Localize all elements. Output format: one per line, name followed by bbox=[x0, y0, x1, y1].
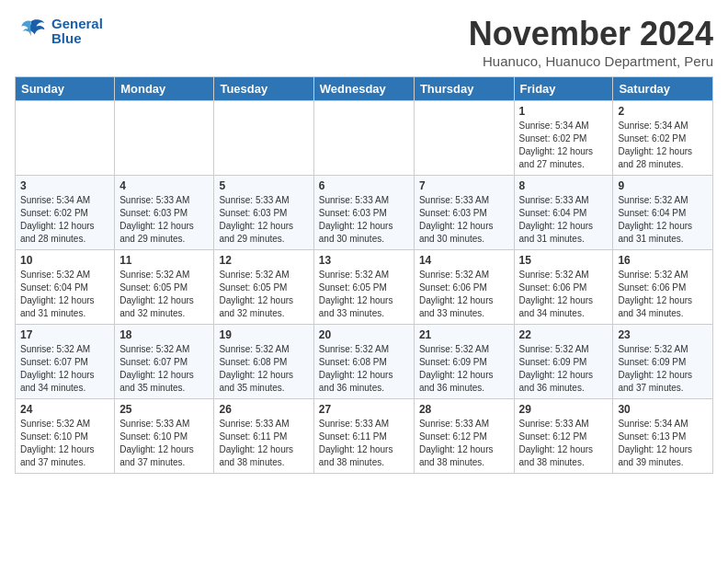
calendar-table: SundayMondayTuesdayWednesdayThursdayFrid… bbox=[15, 76, 713, 474]
day-info: Sunrise: 5:34 AMSunset: 6:02 PMDaylight:… bbox=[618, 120, 708, 171]
page-header: General Blue November 2024 Huanuco, Huan… bbox=[15, 15, 713, 69]
day-number: 15 bbox=[519, 254, 609, 267]
day-number: 11 bbox=[119, 254, 209, 267]
calendar-cell bbox=[414, 101, 514, 176]
calendar-cell: 24Sunrise: 5:32 AMSunset: 6:10 PMDayligh… bbox=[16, 399, 115, 474]
month-title: November 2024 bbox=[469, 15, 713, 53]
calendar-cell: 15Sunrise: 5:32 AMSunset: 6:06 PMDayligh… bbox=[514, 250, 613, 325]
calendar-cell: 8Sunrise: 5:33 AMSunset: 6:04 PMDaylight… bbox=[514, 176, 613, 250]
calendar-cell: 11Sunrise: 5:32 AMSunset: 6:05 PMDayligh… bbox=[115, 250, 214, 325]
day-info: Sunrise: 5:32 AMSunset: 6:04 PMDaylight:… bbox=[618, 194, 708, 246]
day-info: Sunrise: 5:32 AMSunset: 6:09 PMDaylight:… bbox=[419, 343, 509, 395]
day-number: 2 bbox=[618, 105, 708, 118]
calendar-cell: 9Sunrise: 5:32 AMSunset: 6:04 PMDaylight… bbox=[613, 176, 713, 250]
day-info: Sunrise: 5:33 AMSunset: 6:03 PMDaylight:… bbox=[219, 194, 308, 246]
header-thursday: Thursday bbox=[414, 77, 514, 101]
day-number: 26 bbox=[219, 403, 308, 416]
day-info: Sunrise: 5:34 AMSunset: 6:02 PMDaylight:… bbox=[519, 120, 609, 171]
day-number: 18 bbox=[119, 328, 209, 341]
day-number: 22 bbox=[519, 328, 609, 341]
calendar-cell: 14Sunrise: 5:32 AMSunset: 6:06 PMDayligh… bbox=[414, 250, 514, 325]
day-info: Sunrise: 5:33 AMSunset: 6:11 PMDaylight:… bbox=[219, 418, 308, 469]
day-number: 5 bbox=[219, 179, 308, 192]
day-info: Sunrise: 5:32 AMSunset: 6:07 PMDaylight:… bbox=[20, 343, 109, 395]
calendar-cell: 6Sunrise: 5:33 AMSunset: 6:03 PMDaylight… bbox=[313, 176, 414, 250]
day-info: Sunrise: 5:32 AMSunset: 6:10 PMDaylight:… bbox=[20, 418, 109, 469]
calendar-cell: 1Sunrise: 5:34 AMSunset: 6:02 PMDaylight… bbox=[514, 101, 613, 176]
day-number: 20 bbox=[319, 328, 409, 341]
day-number: 6 bbox=[319, 179, 409, 192]
calendar-cell: 16Sunrise: 5:32 AMSunset: 6:06 PMDayligh… bbox=[613, 250, 713, 325]
calendar-week-2: 3Sunrise: 5:34 AMSunset: 6:02 PMDaylight… bbox=[16, 176, 713, 250]
day-info: Sunrise: 5:33 AMSunset: 6:03 PMDaylight:… bbox=[119, 194, 209, 246]
day-number: 12 bbox=[219, 254, 308, 267]
calendar-cell: 29Sunrise: 5:33 AMSunset: 6:12 PMDayligh… bbox=[514, 399, 613, 474]
day-info: Sunrise: 5:33 AMSunset: 6:11 PMDaylight:… bbox=[319, 418, 409, 469]
day-number: 23 bbox=[618, 328, 708, 341]
calendar-cell: 30Sunrise: 5:34 AMSunset: 6:13 PMDayligh… bbox=[613, 399, 713, 474]
day-info: Sunrise: 5:32 AMSunset: 6:08 PMDaylight:… bbox=[319, 343, 409, 395]
day-number: 9 bbox=[618, 179, 708, 192]
calendar-cell: 10Sunrise: 5:32 AMSunset: 6:04 PMDayligh… bbox=[16, 250, 115, 325]
calendar-cell: 27Sunrise: 5:33 AMSunset: 6:11 PMDayligh… bbox=[313, 399, 414, 474]
day-info: Sunrise: 5:32 AMSunset: 6:05 PMDaylight:… bbox=[119, 269, 209, 320]
calendar-cell: 19Sunrise: 5:32 AMSunset: 6:08 PMDayligh… bbox=[214, 325, 313, 399]
day-info: Sunrise: 5:32 AMSunset: 6:08 PMDaylight:… bbox=[219, 343, 308, 395]
calendar-week-4: 17Sunrise: 5:32 AMSunset: 6:07 PMDayligh… bbox=[16, 325, 713, 399]
calendar-cell: 20Sunrise: 5:32 AMSunset: 6:08 PMDayligh… bbox=[313, 325, 414, 399]
calendar-cell: 22Sunrise: 5:32 AMSunset: 6:09 PMDayligh… bbox=[514, 325, 613, 399]
day-number: 8 bbox=[519, 179, 609, 192]
calendar-cell: 2Sunrise: 5:34 AMSunset: 6:02 PMDaylight… bbox=[613, 101, 713, 176]
day-info: Sunrise: 5:33 AMSunset: 6:12 PMDaylight:… bbox=[419, 418, 509, 469]
calendar-cell: 25Sunrise: 5:33 AMSunset: 6:10 PMDayligh… bbox=[115, 399, 214, 474]
logo-icon bbox=[15, 15, 48, 48]
day-info: Sunrise: 5:32 AMSunset: 6:06 PMDaylight:… bbox=[618, 269, 708, 320]
day-info: Sunrise: 5:32 AMSunset: 6:09 PMDaylight:… bbox=[519, 343, 609, 395]
day-info: Sunrise: 5:33 AMSunset: 6:10 PMDaylight:… bbox=[119, 418, 209, 469]
header-sunday: Sunday bbox=[16, 77, 115, 101]
day-number: 25 bbox=[119, 403, 209, 416]
day-info: Sunrise: 5:33 AMSunset: 6:03 PMDaylight:… bbox=[419, 194, 509, 246]
day-number: 19 bbox=[219, 328, 308, 341]
calendar-cell: 13Sunrise: 5:32 AMSunset: 6:05 PMDayligh… bbox=[313, 250, 414, 325]
calendar-cell bbox=[313, 101, 414, 176]
calendar-week-3: 10Sunrise: 5:32 AMSunset: 6:04 PMDayligh… bbox=[16, 250, 713, 325]
day-info: Sunrise: 5:32 AMSunset: 6:07 PMDaylight:… bbox=[119, 343, 209, 395]
calendar-cell: 5Sunrise: 5:33 AMSunset: 6:03 PMDaylight… bbox=[214, 176, 313, 250]
header-friday: Friday bbox=[514, 77, 613, 101]
day-number: 13 bbox=[319, 254, 409, 267]
header-monday: Monday bbox=[115, 77, 214, 101]
day-number: 10 bbox=[20, 254, 109, 267]
day-number: 1 bbox=[519, 105, 609, 118]
day-info: Sunrise: 5:32 AMSunset: 6:09 PMDaylight:… bbox=[618, 343, 708, 395]
day-info: Sunrise: 5:32 AMSunset: 6:05 PMDaylight:… bbox=[219, 269, 308, 320]
logo: General Blue bbox=[15, 15, 103, 48]
location: Huanuco, Huanuco Department, Peru bbox=[469, 53, 713, 69]
calendar-cell: 28Sunrise: 5:33 AMSunset: 6:12 PMDayligh… bbox=[414, 399, 514, 474]
day-number: 16 bbox=[618, 254, 708, 267]
logo-text-blue: Blue bbox=[51, 31, 103, 47]
calendar-cell bbox=[214, 101, 313, 176]
calendar-cell: 23Sunrise: 5:32 AMSunset: 6:09 PMDayligh… bbox=[613, 325, 713, 399]
day-number: 4 bbox=[119, 179, 209, 192]
calendar-cell bbox=[16, 101, 115, 176]
calendar-week-1: 1Sunrise: 5:34 AMSunset: 6:02 PMDaylight… bbox=[16, 101, 713, 176]
title-block: November 2024 Huanuco, Huanuco Departmen… bbox=[469, 15, 713, 69]
day-number: 24 bbox=[20, 403, 109, 416]
day-number: 30 bbox=[618, 403, 708, 416]
day-info: Sunrise: 5:32 AMSunset: 6:04 PMDaylight:… bbox=[20, 269, 109, 320]
day-number: 14 bbox=[419, 254, 509, 267]
calendar-cell: 7Sunrise: 5:33 AMSunset: 6:03 PMDaylight… bbox=[414, 176, 514, 250]
day-info: Sunrise: 5:34 AMSunset: 6:13 PMDaylight:… bbox=[618, 418, 708, 469]
day-info: Sunrise: 5:34 AMSunset: 6:02 PMDaylight:… bbox=[20, 194, 109, 246]
day-info: Sunrise: 5:32 AMSunset: 6:05 PMDaylight:… bbox=[319, 269, 409, 320]
calendar-cell: 21Sunrise: 5:32 AMSunset: 6:09 PMDayligh… bbox=[414, 325, 514, 399]
day-info: Sunrise: 5:33 AMSunset: 6:04 PMDaylight:… bbox=[519, 194, 609, 246]
header-wednesday: Wednesday bbox=[313, 77, 414, 101]
day-number: 17 bbox=[20, 328, 109, 341]
calendar-cell: 18Sunrise: 5:32 AMSunset: 6:07 PMDayligh… bbox=[115, 325, 214, 399]
header-saturday: Saturday bbox=[613, 77, 713, 101]
day-info: Sunrise: 5:32 AMSunset: 6:06 PMDaylight:… bbox=[519, 269, 609, 320]
day-number: 29 bbox=[519, 403, 609, 416]
day-info: Sunrise: 5:33 AMSunset: 6:12 PMDaylight:… bbox=[519, 418, 609, 469]
